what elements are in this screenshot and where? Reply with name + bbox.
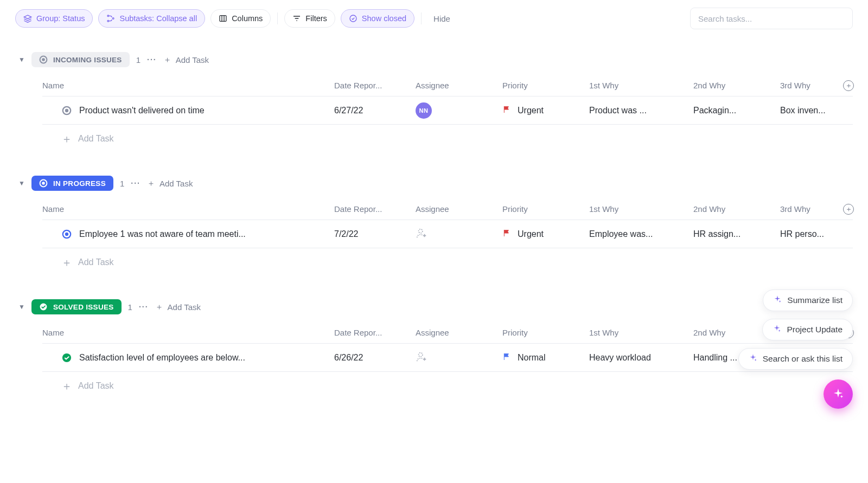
svg-point-4 <box>350 15 356 22</box>
chevron-down-icon[interactable]: ▼ <box>18 56 25 63</box>
toolbar: Group: Status Subtasks: Collapse all Col… <box>15 8 853 29</box>
layers-icon <box>23 14 32 23</box>
more-icon[interactable]: ··· <box>147 55 157 64</box>
status-done-icon <box>39 302 48 311</box>
task-name[interactable]: Satisfaction level of employees are belo… <box>79 353 245 363</box>
group-by-button[interactable]: Group: Status <box>15 9 93 28</box>
task-assignee[interactable]: NN <box>416 102 502 119</box>
add-task-label: Add Task <box>168 302 201 312</box>
task-assignee-empty[interactable] <box>416 351 502 365</box>
task-date[interactable]: 6/27/22 <box>334 106 416 115</box>
columns-button[interactable]: Columns <box>210 9 271 28</box>
task-name[interactable]: Employee 1 was not aware of team meeti..… <box>79 229 246 239</box>
add-task-row[interactable]: ＋ Add Task <box>42 372 853 400</box>
chevron-down-icon[interactable]: ▼ <box>18 303 25 311</box>
status-open-icon[interactable] <box>62 106 72 115</box>
add-task-button[interactable]: ＋ Add Task <box>163 55 209 65</box>
filters-button[interactable]: Filters <box>284 9 335 28</box>
col-name[interactable]: Name <box>42 328 334 337</box>
hide-label: Hide <box>433 14 450 23</box>
status-pill-solved[interactable]: SOLVED ISSUES <box>31 299 122 314</box>
col-priority[interactable]: Priority <box>502 81 589 90</box>
table-header: Name Date Repor... Assignee Priority 1st… <box>42 75 853 96</box>
status-label: INCOMING ISSUES <box>53 56 122 64</box>
col-name[interactable]: Name <box>42 204 334 214</box>
status-progress-icon <box>39 179 48 188</box>
col-1st-why[interactable]: 1st Why <box>589 81 693 90</box>
task-why3[interactable]: Box inven... <box>780 106 845 115</box>
svg-point-6 <box>42 58 45 61</box>
task-priority[interactable]: Normal <box>502 352 589 364</box>
svg-point-1 <box>107 20 109 22</box>
ai-summarize-button[interactable]: Summarize list <box>763 289 853 311</box>
toolbar-divider <box>277 12 278 24</box>
subtasks-label: Subtasks: Collapse all <box>119 14 197 23</box>
more-icon[interactable]: ··· <box>139 302 149 311</box>
task-name[interactable]: Product wasn't delivered on time <box>79 106 205 115</box>
status-done-icon[interactable] <box>62 353 72 363</box>
plus-icon: ＋ <box>62 379 72 394</box>
col-1st-why[interactable]: 1st Why <box>589 328 693 337</box>
col-assignee[interactable]: Assignee <box>416 81 502 90</box>
chevron-down-icon[interactable]: ▼ <box>18 179 25 187</box>
task-date[interactable]: 7/2/22 <box>334 229 416 239</box>
task-assignee-empty[interactable] <box>416 227 502 241</box>
subtasks-button[interactable]: Subtasks: Collapse all <box>98 9 205 28</box>
group-solved: ▼ SOLVED ISSUES 1 ··· ＋ Add Task Name Da… <box>15 299 853 400</box>
hide-button[interactable]: Hide <box>428 14 456 23</box>
task-date[interactable]: 6/26/22 <box>334 353 416 363</box>
add-task-label: Add Task <box>78 381 114 391</box>
add-column-button[interactable]: ＋ <box>843 80 854 91</box>
task-priority[interactable]: Urgent <box>502 228 589 240</box>
add-task-row[interactable]: ＋ Add Task <box>42 125 853 153</box>
columns-icon <box>219 14 227 23</box>
svg-point-12 <box>65 232 68 235</box>
add-task-button[interactable]: ＋ Add Task <box>155 302 201 312</box>
add-task-row[interactable]: ＋ Add Task <box>42 248 853 276</box>
status-progress-icon[interactable] <box>62 229 72 239</box>
flag-icon <box>502 228 511 240</box>
col-3rd-why[interactable]: 3rd Why <box>780 81 845 90</box>
more-icon[interactable]: ··· <box>131 179 141 188</box>
col-2nd-why[interactable]: 2nd Why <box>693 81 780 90</box>
col-2nd-why[interactable]: 2nd Why <box>693 204 780 214</box>
task-why1[interactable]: Employee was... <box>589 229 693 239</box>
filters-label: Filters <box>305 14 327 23</box>
filter-icon <box>292 14 301 23</box>
priority-label: Urgent <box>518 229 544 239</box>
task-priority[interactable]: Urgent <box>502 105 589 117</box>
col-priority[interactable]: Priority <box>502 328 589 337</box>
table-row[interactable]: Product wasn't delivered on time 6/27/22… <box>42 96 853 125</box>
plus-icon: ＋ <box>147 178 155 189</box>
col-date-reported[interactable]: Date Repor... <box>334 204 416 214</box>
table-row[interactable]: Employee 1 was not aware of team meeti..… <box>42 220 853 248</box>
col-date-reported[interactable]: Date Repor... <box>334 328 416 337</box>
task-why2[interactable]: Packagin... <box>693 106 780 115</box>
task-why3[interactable]: HR perso... <box>780 229 845 239</box>
status-pill-incoming[interactable]: INCOMING ISSUES <box>31 52 130 67</box>
svg-point-14 <box>40 304 47 311</box>
col-3rd-why[interactable]: 3rd Why <box>780 204 845 214</box>
col-1st-why[interactable]: 1st Why <box>589 204 693 214</box>
add-task-button[interactable]: ＋ Add Task <box>147 178 193 189</box>
table-row[interactable]: Satisfaction level of employees are belo… <box>42 344 853 372</box>
ai-fab-button[interactable] <box>824 379 853 409</box>
col-priority[interactable]: Priority <box>502 204 589 214</box>
ai-search-ask-button[interactable]: Search or ask this list <box>738 348 853 370</box>
columns-label: Columns <box>232 14 263 23</box>
plus-icon: ＋ <box>62 132 72 146</box>
sparkle-icon <box>749 353 757 364</box>
task-why1[interactable]: Product was ... <box>589 106 693 115</box>
task-why1[interactable]: Heavy workload <box>589 353 693 363</box>
svg-point-0 <box>107 15 109 17</box>
col-date-reported[interactable]: Date Repor... <box>334 81 416 90</box>
status-pill-in-progress[interactable]: IN PROGRESS <box>31 176 113 191</box>
add-column-button[interactable]: ＋ <box>843 204 854 215</box>
col-assignee[interactable]: Assignee <box>416 328 502 337</box>
col-name[interactable]: Name <box>42 81 334 90</box>
show-closed-button[interactable]: Show closed <box>341 9 414 28</box>
col-assignee[interactable]: Assignee <box>416 204 502 214</box>
task-why2[interactable]: HR assign... <box>693 229 780 239</box>
search-input[interactable] <box>690 8 853 29</box>
ai-project-update-button[interactable]: Project Update <box>762 319 853 340</box>
